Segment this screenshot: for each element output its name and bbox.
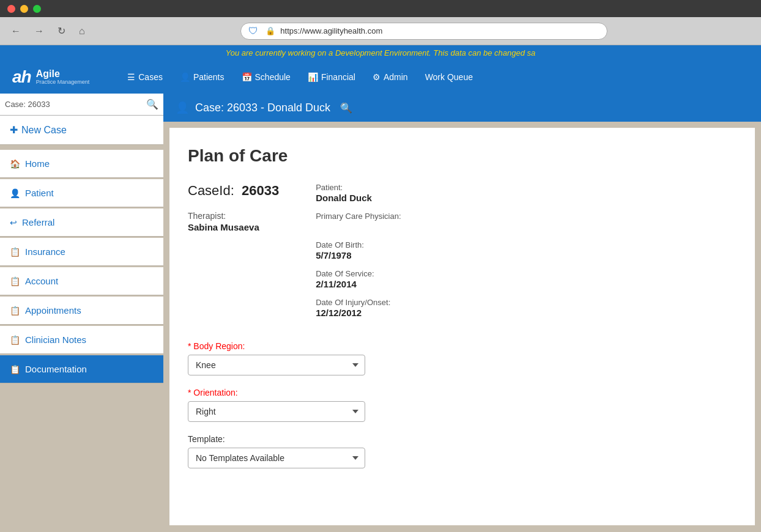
titlebar [0,0,761,17]
appointments-icon: 📋 [10,306,20,316]
url-text[interactable]: https://www.agilityhealth.com [280,26,382,35]
reload-button[interactable]: ↻ [54,24,69,38]
close-button[interactable] [7,5,15,13]
dev-banner: You are currently working on a Developme… [0,45,761,61]
patient-icon: 👤 [10,188,20,198]
schedule-icon: 📅 [242,72,252,82]
poc-title: Plan of Care [188,146,737,166]
body-region-section: * Body Region: Knee Shoulder Hip Ankle B… [188,341,737,375]
sidebar-item-account[interactable]: 📋 Account [0,267,163,295]
financial-icon: 📊 [308,72,318,82]
app-header: ah Agile Practice Management ☰ Cases 👤 P… [0,61,761,94]
template-section: Template: No Templates Available [188,434,737,468]
logo[interactable]: ah Agile Practice Management [12,67,89,87]
sidebar: 🔍 ✚ New Case 🏠 Home 👤 Patient ↩ Referral… [0,94,163,531]
clinician-notes-icon: 📋 [10,335,20,345]
maximize-button[interactable] [33,5,41,13]
case-header: 👤 Case: 26033 - Donald Duck 🔍 [163,94,761,122]
address-bar: 🛡 🔒 https://www.agilityhealth.com [240,23,607,40]
sidebar-item-clinician-notes[interactable]: 📋 Clinician Notes [0,326,163,354]
poc-patient-col: Patient: Donald Duck Primary Care Physic… [316,183,438,327]
home-icon: 🏠 [10,159,20,169]
body-region-label: * Body Region: [188,341,737,351]
sidebar-item-insurance[interactable]: 📋 Insurance [0,238,163,266]
logo-agile: Agile [36,68,90,79]
patients-icon: 👤 [180,72,190,82]
nav-financial[interactable]: 📊 Financial [300,68,363,86]
template-select[interactable]: No Templates Available [188,448,365,468]
template-label: Template: [188,434,737,444]
orientation-select[interactable]: Right Left Bilateral N/A [188,401,365,422]
sidebar-item-home[interactable]: 🏠 Home [0,150,163,178]
sidebar-nav: 🏠 Home 👤 Patient ↩ Referral 📋 Insurance … [0,150,163,383]
sidebar-item-referral[interactable]: ↩ Referral [0,209,163,237]
documentation-icon: 📋 [10,364,20,374]
logo-subtitle: Practice Management [36,79,90,86]
orientation-section: * Orientation: Right Left Bilateral N/A [188,388,737,422]
nav-schedule[interactable]: 📅 Schedule [234,68,298,86]
body-region-select[interactable]: Knee Shoulder Hip Ankle Back [188,355,365,375]
browser-chrome: ← → ↻ ⌂ 🛡 🔒 https://www.agilityhealth.co… [0,17,761,45]
poc-caseid: CaseId: 26033 [188,183,279,199]
orientation-label: * Orientation: [188,388,737,397]
cases-icon: ☰ [127,72,135,82]
account-icon: 📋 [10,276,20,286]
nav-cases[interactable]: ☰ Cases [120,68,170,86]
search-bar: 🔍 [0,94,163,116]
sidebar-item-appointments[interactable]: 📋 Appointments [0,297,163,325]
sidebar-item-patient[interactable]: 👤 Patient [0,179,163,207]
case-search-icon[interactable]: 🔍 [340,102,352,114]
main-layout: 🔍 ✚ New Case 🏠 Home 👤 Patient ↩ Referral… [0,94,761,531]
poc-content: Plan of Care CaseId: 26033 Therapist: Sa… [169,128,755,525]
back-button[interactable]: ← [7,24,24,38]
new-case-button[interactable]: ✚ New Case [0,116,163,145]
nav-admin[interactable]: ⚙ Admin [365,68,415,86]
search-input[interactable] [5,100,143,109]
home-button[interactable]: ⌂ [75,24,89,38]
poc-therapist: Therapist: Sabina Musaeva [188,211,279,232]
referral-icon: ↩ [10,218,17,227]
case-person-icon: 👤 [176,101,189,114]
search-button[interactable]: 🔍 [146,98,158,110]
plus-icon: ✚ [10,124,18,136]
minimize-button[interactable] [20,5,28,13]
admin-icon: ⚙ [373,72,381,82]
logo-ah: ah [12,67,31,87]
nav-patients[interactable]: 👤 Patients [173,68,232,86]
forward-button[interactable]: → [31,24,48,38]
insurance-icon: 📋 [10,247,20,257]
case-header-title: Case: 26033 - Donald Duck [195,102,330,114]
shield-icon: 🛡 [248,26,258,37]
sidebar-item-documentation[interactable]: 📋 Documentation [0,355,163,383]
main-nav: ☰ Cases 👤 Patients 📅 Schedule 📊 Financia… [120,68,480,86]
lock-icon: 🔒 [265,26,275,35]
content-area: 👤 Case: 26033 - Donald Duck 🔍 Plan of Ca… [163,94,761,531]
nav-workqueue[interactable]: Work Queue [418,68,480,86]
